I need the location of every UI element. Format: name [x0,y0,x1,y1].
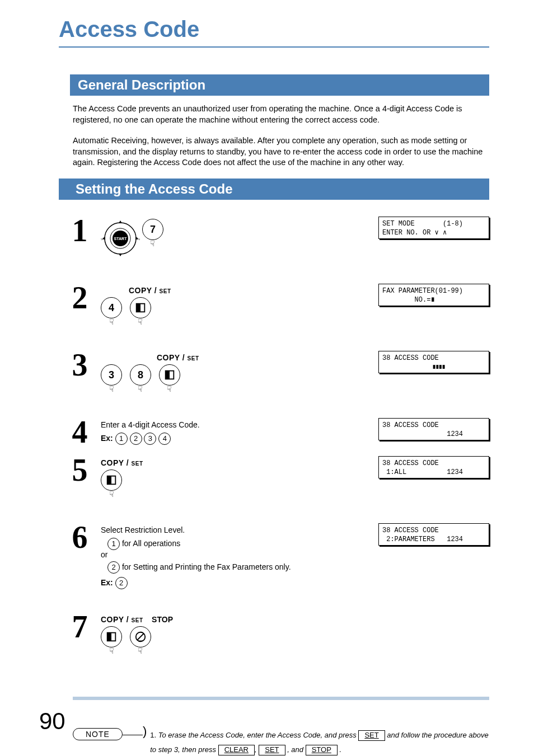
ex-key-2: 2 [130,433,142,445]
page-title: Access Code [59,17,489,42]
note-sep2: , and [285,745,306,754]
step-row: 2 COPY / SET 4 ☟ ☟ FAX PARAMETER(01-99) … [59,284,489,334]
keypad-4: 4 [101,297,122,318]
step-row: 7 COPY / SET STOP ☟ ☟ [59,613,489,663]
step-number: 7 [59,613,101,641]
svg-line-15 [137,633,143,640]
title-rule [59,46,489,48]
step-row: 6 Select Restriction Level. 1 for All op… [59,523,489,596]
page-number: 90 [39,708,65,735]
lcd-line1: SET MODE (1-8) [382,220,463,228]
step-number: 6 [59,523,101,551]
svg-rect-9 [165,370,169,379]
option-key-2: 2 [107,561,120,574]
ex-key-1: 1 [115,433,128,445]
note-badge: NOTE [73,728,123,740]
note-block: NOTE ) 1. To erase the Access Code, ente… [73,728,489,756]
step-text: Enter a 4-digit Access Code. [101,420,378,429]
step-number: 2 [59,284,101,312]
step-number: 1 [59,217,101,245]
note-text: 1. To erase the Access Code, enter the A… [150,728,489,756]
step-row: 3 COPY / SET 3 ☟ 8 ☟ ☟ 38 ACCESS CO [59,351,489,401]
step-text: Select Restriction Level. [101,525,378,534]
copy-set-label: COPY / SET [101,458,143,467]
note-sep1: , [255,745,259,754]
stop-icon [130,626,151,647]
note-text-a: To erase the Access Code, enter the Acce… [158,731,359,739]
keypad-3: 3 [101,364,122,386]
note-item-num: 1. [150,731,156,739]
lcd-display: 38 ACCESS CODE 1:ALL 1234 [378,456,489,478]
step-row: 5 COPY / SET ☟ 38 ACCESS CODE 1:ALL 1234 [59,456,489,506]
lcd-line2: ∎∎∎∎ [382,364,445,370]
lcd-line2: 1234 [382,430,463,438]
option-text-1: for All operations [120,539,180,548]
copy-set-label: COPY / SET [101,615,143,624]
step-number: 3 [59,351,101,379]
ex-key: 2 [115,577,128,589]
lcd-line2: ENTER NO. OR ∨ ∧ [382,229,447,237]
lcd-line2: NO.=∎ [382,296,435,304]
dial-icon: START DIRECTORY SEARCH FUNCTION [101,219,140,260]
svg-rect-11 [107,476,111,484]
lcd-line2: 2:PARAMETERS 1234 [382,536,463,543]
lcd-display: 38 ACCESS CODE ∎∎∎∎ [378,351,489,373]
ex-key-3: 3 [144,433,156,445]
lcd-line1: 38 ACCESS CODE [382,527,439,534]
svg-text:START: START [114,237,128,241]
press-icon: ☟ [142,239,163,248]
ex-key-4: 4 [158,433,171,445]
note-end: . [338,745,341,754]
lcd-line1: 38 ACCESS CODE [382,354,439,362]
lcd-display: FAX PARAMETER(01-99) NO.=∎ [378,284,489,306]
press-icon: ☟ [101,646,122,655]
option-text-2: for Setting and Printing the Fax Paramet… [120,562,291,571]
note-btn-set2: SET [259,745,285,755]
set-icon [101,626,122,647]
stop-label: STOP [152,615,173,624]
option-key-1: 1 [107,538,120,550]
lcd-display: 38 ACCESS CODE 1234 [378,418,489,440]
step-row: 1 START DIRECTORY SEARCH FUNCTION 7 [59,217,489,267]
press-icon: ☟ [130,317,151,326]
press-icon: ☟ [101,490,122,499]
svg-rect-13 [107,632,111,641]
svg-text:DIRECTORY SEARCH: DIRECTORY SEARCH [101,238,104,241]
lcd-line1: FAX PARAMETER(01-99) [382,287,463,295]
note-btn-set: SET [358,730,385,741]
svg-rect-7 [137,303,140,312]
or-text: or [101,550,378,559]
section-setting-heading: Setting the Access Code [59,179,489,200]
general-para-2: Automatic Receiving, however, is always … [73,135,489,168]
note-btn-clear: CLEAR [218,745,255,755]
lcd-line2: 1:ALL 1234 [382,468,463,476]
set-icon [159,364,180,386]
press-icon: ☟ [101,384,122,393]
set-icon [130,297,151,318]
lcd-display: SET MODE (1-8) ENTER NO. OR ∨ ∧ [378,217,489,239]
press-icon: ☟ [159,384,180,393]
lcd-display: 38 ACCESS CODE 2:PARAMETERS 1234 [378,523,489,546]
note-connector [123,735,143,735]
divider-bar [73,697,489,700]
step-row: 4 Enter a 4-digit Access Code. Ex: 1 2 3… [59,418,489,449]
lcd-line1: 38 ACCESS CODE [382,421,439,429]
step-number: 5 [59,456,101,484]
copy-set-label: COPY / SET [157,353,199,362]
svg-text:FUNCTION: FUNCTION [137,238,140,241]
note-btn-stop: STOP [306,745,338,755]
general-para-1: The Access Code prevents an unauthorized… [73,104,489,125]
ex-label: Ex: [101,434,113,443]
keypad-7: 7 [142,219,163,240]
ex-label: Ex: [101,578,113,587]
keypad-8: 8 [130,364,151,386]
press-icon: ☟ [130,646,151,655]
press-icon: ☟ [101,317,122,326]
copy-set-label: COPY / SET [129,286,171,295]
step-number: 4 [59,418,101,446]
note-paren: ) [143,727,147,735]
press-icon: ☟ [130,384,151,393]
set-icon [101,469,122,491]
lcd-line1: 38 ACCESS CODE [382,459,439,467]
section-general-heading: General Description [59,74,489,96]
